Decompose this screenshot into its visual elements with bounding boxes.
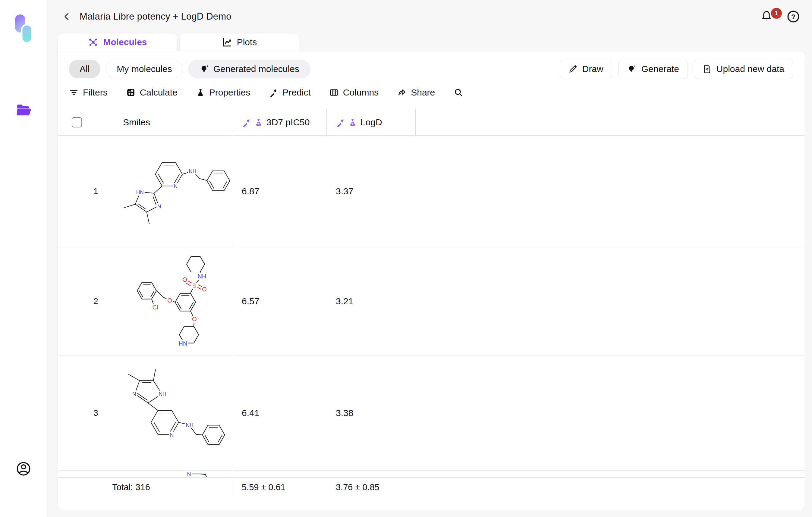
molecule-structure-1: NH N HN N <box>108 147 233 235</box>
svg-text:S: S <box>192 282 196 289</box>
tab-molecules[interactable]: Molecules <box>58 33 177 51</box>
svg-text:HN: HN <box>136 189 144 195</box>
svg-text:N: N <box>157 203 161 209</box>
help-button[interactable]: ? <box>787 10 800 23</box>
upload-file-icon <box>703 64 712 73</box>
row-index: 3 <box>93 408 98 418</box>
chip-generated-molecules-label: Generated molecules <box>213 64 299 74</box>
properties-tool-label: Properties <box>209 87 251 98</box>
draw-button-label: Draw <box>582 64 603 74</box>
upload-new-data-label: Upload new data <box>717 64 784 74</box>
table-header: Smiles 3D7 pIC50 <box>58 109 805 135</box>
predict-tool[interactable]: Predict <box>269 87 311 98</box>
flask-info-icon <box>348 118 357 127</box>
svg-text:N: N <box>187 471 191 477</box>
tab-molecules-label: Molecules <box>103 37 147 47</box>
chip-generated-molecules[interactable]: Generated molecules <box>188 60 311 78</box>
column-header-logd[interactable]: LogD <box>327 109 416 135</box>
magic-wand-icon <box>269 88 278 97</box>
user-avatar-icon[interactable] <box>16 461 31 478</box>
pic50-summary: 5.59 ± 0.61 <box>233 482 327 492</box>
logd-value: 3.21 <box>327 247 416 355</box>
tab-bar: Molecules Plots <box>58 33 812 51</box>
table-footer: Total: 316 5.59 ± 0.61 3.76 ± 0.85 <box>58 477 805 497</box>
bulb-sparkle-icon <box>200 64 209 74</box>
row-index: 2 <box>93 297 98 306</box>
notification-badge: 1 <box>771 8 782 19</box>
molecules-panel: All My molecules Generated molecules <box>58 51 805 510</box>
share-tool-label: Share <box>411 87 435 98</box>
svg-text:N: N <box>132 391 136 397</box>
share-arrow-icon <box>397 88 406 97</box>
action-buttons: Draw Generate Upload n <box>560 60 793 78</box>
pencil-icon <box>569 64 578 73</box>
draw-button[interactable]: Draw <box>560 60 612 78</box>
chip-all[interactable]: All <box>69 60 100 78</box>
magic-wand-icon <box>242 118 251 127</box>
search-icon[interactable] <box>454 88 463 97</box>
svg-text:O: O <box>182 276 187 283</box>
column-header-pic50-label: 3D7 pIC50 <box>266 117 310 127</box>
filter-lines-icon <box>69 88 78 97</box>
columns-tool-label: Columns <box>343 87 379 98</box>
share-tool[interactable]: Share <box>397 87 435 98</box>
svg-text:N: N <box>170 432 174 438</box>
folder-icon[interactable] <box>15 103 32 118</box>
magic-wand-icon <box>336 118 345 127</box>
pic50-value: 6.41 <box>233 356 327 470</box>
filters-tool[interactable]: Filters <box>69 87 108 98</box>
table-row[interactable]: 1 NH N HN <box>58 135 805 247</box>
svg-text:HN: HN <box>179 340 187 347</box>
flask-info-icon <box>254 118 263 127</box>
molecule-structure-partial: N <box>187 470 214 477</box>
bulb-sparkle-icon <box>627 64 637 74</box>
calculator-icon <box>126 88 135 97</box>
table-row[interactable]: 3 NH N N <box>58 356 805 470</box>
columns-tool[interactable]: Columns <box>329 87 379 98</box>
back-button[interactable] <box>61 10 73 23</box>
filters-tool-label: Filters <box>83 87 108 98</box>
molecule-structure-2: Cl O S O O NH O HN <box>129 254 219 348</box>
notifications-button[interactable]: 1 <box>760 10 773 24</box>
svg-text:O: O <box>167 297 172 304</box>
molecule-structure-3: NH N N NH <box>108 365 233 461</box>
app-logo <box>14 14 33 45</box>
svg-text:Cl: Cl <box>152 304 158 311</box>
svg-text:?: ? <box>791 13 795 21</box>
calculate-tool-label: Calculate <box>140 87 177 98</box>
svg-text:NH: NH <box>189 168 196 174</box>
logd-value: 3.38 <box>327 356 416 470</box>
table-row-partial[interactable]: N <box>58 470 805 477</box>
table-toolbar: Filters Calculate Proper <box>58 78 805 101</box>
tab-plots[interactable]: Plots <box>179 33 299 51</box>
chip-all-label: All <box>80 64 89 74</box>
pic50-value: 6.57 <box>233 247 327 355</box>
chip-my-molecules-label: My molecules <box>117 64 172 74</box>
total-count: Total: 316 <box>58 482 233 492</box>
chip-my-molecules[interactable]: My molecules <box>106 60 183 78</box>
column-header-logd-label: LogD <box>360 117 382 127</box>
page-title: Malaria Libre potency + LogD Demo <box>80 11 231 22</box>
logd-value: 3.37 <box>327 135 416 247</box>
svg-text:NH: NH <box>198 273 206 280</box>
table-row[interactable]: 2 <box>58 247 805 356</box>
properties-tool[interactable]: Properties <box>196 87 251 98</box>
generate-button[interactable]: Generate <box>618 60 688 78</box>
calculate-tool[interactable]: Calculate <box>126 87 177 98</box>
topbar: Malaria Libre potency + LogD Demo 1 ? <box>47 0 812 33</box>
svg-text:O: O <box>202 286 207 293</box>
question-icon: ? <box>787 10 800 23</box>
logd-summary: 3.76 ± 0.85 <box>327 482 416 492</box>
svg-text:NH: NH <box>186 422 193 428</box>
upload-new-data-button[interactable]: Upload new data <box>694 60 793 78</box>
generate-button-label: Generate <box>641 64 679 74</box>
filter-chips: All My molecules Generated molecules <box>69 60 311 78</box>
predict-tool-label: Predict <box>283 87 311 98</box>
columns-icon <box>329 88 339 97</box>
column-header-smiles[interactable]: Smiles <box>94 109 233 135</box>
select-all-checkbox[interactable] <box>72 117 82 127</box>
molecules-table: Smiles 3D7 pIC50 <box>58 109 805 497</box>
main-area: Malaria Libre potency + LogD Demo 1 ? <box>47 0 812 517</box>
column-header-pic50[interactable]: 3D7 pIC50 <box>233 109 327 135</box>
sidebar <box>0 0 47 517</box>
